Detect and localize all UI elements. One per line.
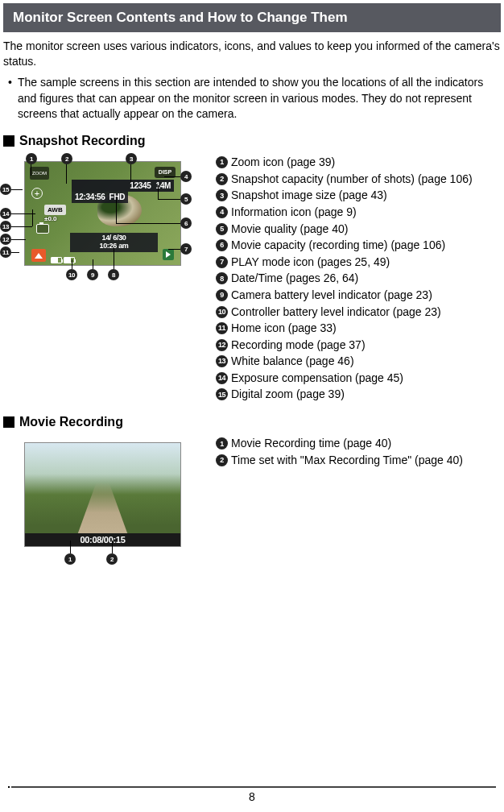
definition-text: Time set with "Max Recording Time" (page…	[231, 453, 501, 469]
section-snapshot-recording: Snapshot Recording	[3, 132, 501, 150]
callout-14: 14	[0, 208, 11, 219]
callout-8: 8	[108, 269, 119, 280]
definition-item: 10Controller battery level indicator (pa…	[216, 304, 501, 321]
movie-definitions: 1Movie Recording time (page 40)2Time set…	[213, 434, 501, 547]
number-badge-icon: 15	[216, 388, 228, 400]
footer-divider	[8, 786, 496, 788]
number-badge-icon: 5	[216, 223, 228, 235]
number-badge-icon: 9	[216, 289, 228, 301]
definition-item: 8Date/Time (pages 26, 64)	[216, 271, 501, 287]
number-badge-icon: 2	[216, 454, 228, 466]
movie-row: 00:08/00:15 1 2 1Movie Recording time (p…	[3, 434, 501, 547]
definition-text: Movie quality (page 40)	[231, 222, 501, 238]
path-scene-icon	[72, 482, 134, 533]
definition-text: Digital zoom (page 39)	[231, 387, 501, 403]
section-movie-recording: Movie Recording	[3, 413, 501, 431]
definition-text: Controller battery level indicator (page…	[231, 304, 501, 321]
movie-sample-screen: 00:08/00:15	[24, 442, 181, 547]
definition-item: 1Zoom icon (page 39)	[216, 155, 501, 171]
number-badge-icon: 4	[216, 206, 228, 218]
figure2-column: 00:08/00:15 1 2	[3, 434, 213, 547]
callout-6: 6	[180, 218, 192, 229]
definition-text: Home icon (page 33)	[231, 321, 501, 337]
definition-text: Recording mode (page 37)	[231, 338, 501, 354]
square-icon	[3, 135, 14, 147]
number-badge-icon: 3	[216, 189, 228, 201]
number-badge-icon: 14	[216, 372, 228, 384]
definition-text: Zoom icon (page 39)	[231, 155, 501, 171]
definition-text: Movie capacity (recording time) (page 10…	[231, 238, 501, 254]
callout-7: 7	[180, 243, 192, 255]
definition-item: 4Information icon (page 9)	[216, 205, 501, 221]
number-badge-icon: 7	[216, 256, 228, 268]
snapshot-counter: 12345	[130, 180, 151, 192]
definition-text: White balance (page 46)	[231, 354, 501, 370]
snapshot-definitions: 1Zoom icon (page 39)2Snapshot capacity (…	[213, 153, 501, 404]
definition-text: Information icon (page 9)	[231, 205, 501, 221]
definition-item: 3Snapshot image size (page 43)	[216, 188, 501, 204]
number-badge-icon: 12	[216, 339, 228, 351]
number-badge-icon: 2	[216, 173, 228, 185]
bullet-text: The sample screens in this section are i…	[18, 75, 501, 122]
number-badge-icon: 8	[216, 272, 228, 284]
definition-text: Exposure compensation (page 45)	[231, 371, 501, 387]
number-badge-icon: 13	[216, 355, 228, 367]
battery-icon	[51, 257, 62, 263]
bullet-marker: •	[3, 75, 18, 122]
definition-item: 15Digital zoom (page 39)	[216, 387, 501, 403]
number-badge-icon: 11	[216, 322, 228, 334]
figure1-column: 1 2 3 4 5 6 7 8 9 10 11 12 13 14 15	[3, 153, 213, 404]
section-label: Movie Recording	[19, 413, 123, 431]
number-badge-icon: 1	[216, 156, 228, 168]
definition-item: 7PLAY mode icon (pages 25, 49)	[216, 255, 501, 271]
callout-m1: 1	[64, 553, 76, 565]
snapshot-row: 1 2 3 4 5 6 7 8 9 10 11 12 13 14 15	[3, 153, 501, 404]
definition-text: Movie Recording time (page 40)	[231, 436, 501, 452]
definition-text: Snapshot image size (page 43)	[231, 188, 501, 204]
page-number: 8	[0, 789, 504, 806]
callout-4: 4	[180, 171, 192, 182]
callout-12: 12	[0, 234, 11, 245]
intro-paragraph: The monitor screen uses various indicato…	[3, 39, 501, 70]
home-icon	[31, 249, 46, 262]
definition-item: 5Movie quality (page 40)	[216, 222, 501, 238]
number-badge-icon: 1	[216, 437, 228, 450]
movie-quality: FHD	[109, 192, 126, 203]
callout-5: 5	[180, 193, 192, 205]
definition-item: 1Movie Recording time (page 40)	[216, 436, 501, 452]
callout-13: 13	[0, 221, 11, 232]
callout-9: 9	[87, 269, 98, 280]
play-mode-icon	[163, 249, 174, 260]
callout-m2: 2	[106, 553, 118, 565]
definition-text: Snapshot capacity (number of shots) (pag…	[231, 172, 501, 188]
clock-readout: 12:34:56 FHD	[72, 192, 128, 203]
definition-item: 2Snapshot capacity (number of shots) (pa…	[216, 172, 501, 188]
definition-item: 14Exposure compensation (page 45)	[216, 371, 501, 387]
callout-15: 15	[0, 184, 11, 195]
definition-item: 13White balance (page 46)	[216, 354, 501, 370]
section-label: Snapshot Recording	[19, 132, 145, 150]
definition-text: Camera battery level indicator (page 23)	[231, 288, 501, 304]
callout-11: 11	[0, 246, 11, 258]
zoom-indicator: ZOOM	[30, 167, 49, 180]
timecode-strip: 00:08/00:15	[25, 533, 180, 546]
number-badge-icon: 10	[216, 306, 228, 318]
square-icon	[3, 416, 14, 428]
definition-item: 9Camera battery level indicator (page 23…	[216, 288, 501, 304]
callout-10: 10	[66, 269, 77, 280]
note-bullet: • The sample screens in this section are…	[3, 75, 501, 122]
definition-item: 6Movie capacity (recording time) (page 1…	[216, 238, 501, 254]
section-banner: Monitor Screen Contents and How to Chang…	[3, 3, 501, 32]
exposure-indicator: ±0.0	[44, 214, 57, 223]
camera-icon	[36, 224, 49, 234]
definition-item: 11Home icon (page 33)	[216, 321, 501, 337]
snapshot-sample-screen: ZOOM + DISP 12345 14M 12:34:56 FHD AWB ±…	[24, 161, 181, 266]
definition-text: Date/Time (pages 26, 64)	[231, 271, 501, 287]
definition-text: PLAY mode icon (pages 25, 49)	[231, 255, 501, 271]
zoom-plus-icon: +	[31, 188, 43, 199]
definition-item: 2Time set with "Max Recording Time" (pag…	[216, 453, 501, 469]
number-badge-icon: 6	[216, 239, 228, 251]
battery-icon	[64, 257, 75, 263]
definition-item: 12Recording mode (page 37)	[216, 338, 501, 354]
